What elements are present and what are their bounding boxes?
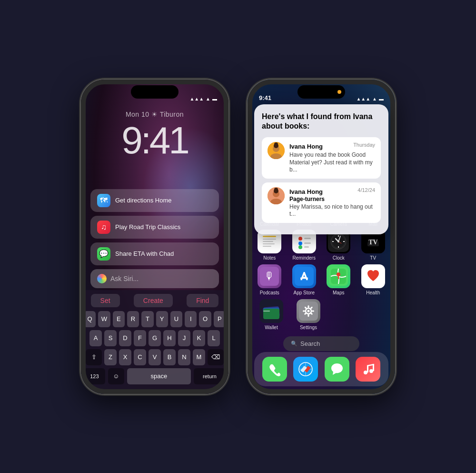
key-shift[interactable]: ⇧ <box>86 349 102 365</box>
siri-suggestions: 🗺 Get directions Home ♫ Play Road Trip C… <box>90 189 219 288</box>
dock-messages[interactable] <box>325 357 349 382</box>
app-settings[interactable]: Settings <box>294 299 323 330</box>
orange-dot <box>337 90 341 94</box>
key-t[interactable]: T <box>141 311 153 327</box>
status-icons-right: ▲▲▲ ▲ ▬ <box>356 96 384 101</box>
avatar-2 <box>268 187 285 204</box>
key-z[interactable]: Z <box>104 349 117 365</box>
key-q[interactable]: Q <box>84 311 96 327</box>
siri-message-1[interactable]: Ivana Hong Thursday Have you read the bo… <box>262 137 381 179</box>
health-label: Health <box>366 290 380 295</box>
key-n[interactable]: N <box>178 349 190 365</box>
key-w[interactable]: W <box>98 311 110 327</box>
keyboard-row-3: ⇧ Z X C V B N M ⌫ <box>84 349 226 365</box>
key-l[interactable]: L <box>208 330 220 346</box>
key-d[interactable]: D <box>119 330 131 346</box>
lock-date: Mon 10 ☀ Tiburon <box>81 111 228 118</box>
key-i[interactable]: I <box>185 311 197 327</box>
app-maps[interactable]: Maps <box>324 264 353 295</box>
key-return[interactable]: return <box>194 368 226 384</box>
keyboard-row-2: A S D F G H J K L <box>84 330 226 346</box>
key-k[interactable]: K <box>193 330 205 346</box>
key-e[interactable]: E <box>113 311 125 327</box>
siri-message-2[interactable]: Ivana Hong 4/12/24 Page-turners Hey Mari… <box>262 182 381 223</box>
app-row-3: Wallet <box>252 299 390 330</box>
key-x[interactable]: X <box>119 349 131 365</box>
shortcut-set[interactable]: Set <box>91 294 120 307</box>
svg-point-33 <box>337 241 339 242</box>
right-phone: 9:41 ▲▲▲ ▲ ▬ Here's what I found from Iv… <box>248 80 395 394</box>
key-j[interactable]: J <box>178 330 190 346</box>
dock-safari[interactable] <box>293 357 318 382</box>
key-p[interactable]: P <box>214 311 226 327</box>
app-appstore[interactable]: A App Store <box>290 264 318 295</box>
suggestion-eta[interactable]: 💬 Share ETA with Chad <box>90 242 219 265</box>
siri-bar[interactable]: Ask Siri... <box>90 269 219 288</box>
dock-phone[interactable] <box>262 357 287 382</box>
dock <box>254 352 388 386</box>
suggestion-directions-text: Get directions Home <box>115 197 172 204</box>
app-wallet[interactable]: Wallet <box>257 299 286 330</box>
left-phone: ▲▲▲ ▲ ▬ Mon 10 ☀ Tiburon 9:41 🗺 Get dire… <box>81 80 228 394</box>
key-o[interactable]: O <box>199 311 211 327</box>
svg-rect-13 <box>263 241 273 242</box>
key-b[interactable]: B <box>163 349 176 365</box>
avatar-1 <box>268 142 285 159</box>
settings-label: Settings <box>300 325 317 330</box>
siri-preview-2: Hey Marissa, so nice to hang out t... <box>289 203 375 218</box>
search-bar[interactable]: 🔍 Search <box>283 336 359 351</box>
key-f[interactable]: F <box>134 330 146 346</box>
dock-music[interactable] <box>356 357 380 382</box>
siri-card-title: Here's what I found from Ivana about boo… <box>262 112 381 132</box>
svg-rect-16 <box>295 232 314 251</box>
messages-icon: 💬 <box>97 247 110 261</box>
podcasts-label: Podcasts <box>260 290 279 295</box>
svg-rect-49 <box>263 311 270 312</box>
notes-label: Notes <box>263 255 276 261</box>
key-c[interactable]: C <box>134 349 146 365</box>
key-delete[interactable]: ⌫ <box>208 349 224 365</box>
maps-app-icon <box>327 264 350 288</box>
key-r[interactable]: R <box>127 311 139 327</box>
key-space[interactable]: space <box>127 368 191 384</box>
key-g[interactable]: G <box>149 330 161 346</box>
appstore-app-icon: A <box>292 264 316 288</box>
key-a[interactable]: A <box>89 330 102 346</box>
svg-text:A: A <box>300 270 308 282</box>
suggestion-music-text: Play Road Trip Classics <box>115 223 180 231</box>
app-podcasts[interactable]: 🎙 Podcasts <box>255 264 284 295</box>
svg-point-43 <box>337 272 340 276</box>
key-y[interactable]: Y <box>156 311 168 327</box>
wallet-label: Wallet <box>265 325 278 330</box>
keyboard-area: Set Create Find Q W E R T Y U I O P A S … <box>81 290 228 394</box>
maps-label: Maps <box>333 290 344 295</box>
siri-timestamp-2: 4/12/24 <box>357 187 375 193</box>
signal-icon: ▲▲▲ <box>189 96 204 101</box>
dynamic-island-right <box>298 85 345 99</box>
key-h[interactable]: H <box>163 330 176 346</box>
wallet-app-icon <box>259 299 283 323</box>
wifi-icon: ▲ <box>206 96 210 101</box>
shortcut-find[interactable]: Find <box>187 294 218 307</box>
key-v[interactable]: V <box>149 349 161 365</box>
svg-rect-55 <box>303 310 305 312</box>
svg-rect-12 <box>263 239 276 240</box>
maps-icon: 🗺 <box>97 194 110 207</box>
key-m[interactable]: M <box>193 349 205 365</box>
svg-text:🎙: 🎙 <box>264 270 275 282</box>
health-app-icon <box>361 264 385 288</box>
key-123[interactable]: 123 <box>84 368 105 384</box>
svg-text:TV: TV <box>368 239 377 246</box>
key-emoji[interactable]: ☺ <box>108 368 124 384</box>
key-u[interactable]: U <box>170 311 182 327</box>
suggestion-music[interactable]: ♫ Play Road Trip Classics <box>90 216 219 239</box>
svg-point-17 <box>298 237 302 241</box>
suggestion-directions[interactable]: 🗺 Get directions Home <box>90 189 219 212</box>
reminders-label: Reminders <box>293 255 316 261</box>
search-icon: 🔍 <box>291 341 298 347</box>
key-s[interactable]: S <box>104 330 117 346</box>
shortcut-create[interactable]: Create <box>134 294 173 307</box>
app-health[interactable]: Health <box>359 264 387 295</box>
siri-placeholder: Ask Siri... <box>110 275 139 282</box>
svg-point-4 <box>274 142 278 146</box>
